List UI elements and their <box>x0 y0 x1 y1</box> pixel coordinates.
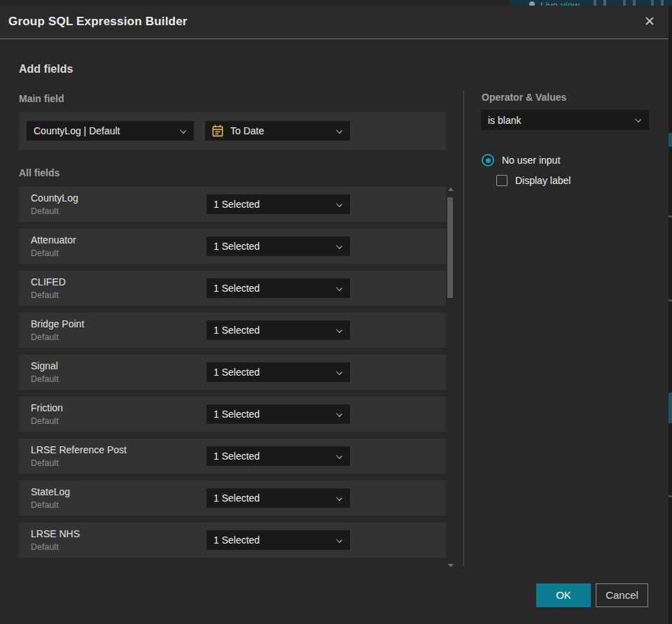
operator-select[interactable]: is blank <box>481 110 649 130</box>
no-user-input-label: No user input <box>502 155 560 166</box>
field-sublabel: Default <box>31 500 59 510</box>
operator-values-label: Operator & Values <box>482 92 566 103</box>
chevron-down-icon <box>336 327 342 333</box>
background-artifact <box>668 215 672 218</box>
radio-selected-icon <box>482 154 494 166</box>
field-values-select[interactable]: 1 Selected <box>206 488 350 508</box>
field-row-signal: Signal Default 1 Selected <box>19 355 446 390</box>
all-fields-label: All fields <box>19 167 59 178</box>
field-sublabel: Default <box>31 542 59 552</box>
ok-button[interactable]: OK <box>536 583 591 607</box>
field-values-select[interactable]: 1 Selected <box>206 404 350 424</box>
field-type-select-value: To Date <box>230 125 264 136</box>
background-artifact <box>668 133 672 147</box>
field-name: Bridge Point <box>31 318 84 329</box>
field-row-countylog: CountyLog Default 1 Selected <box>19 187 446 222</box>
panel-divider <box>463 91 464 567</box>
field-sublabel: Default <box>31 374 59 384</box>
field-row-lrse-nhs: LRSE NHS Default 1 Selected <box>19 523 446 558</box>
field-sublabel: Default <box>31 458 59 468</box>
toolbar-fragment <box>594 0 596 6</box>
field-row-bridge-point: Bridge Point Default 1 Selected <box>19 313 446 348</box>
field-row-friction: Friction Default 1 Selected <box>19 397 446 432</box>
field-values-select[interactable]: 1 Selected <box>206 530 350 550</box>
display-label-checkbox[interactable]: Display label <box>496 175 570 186</box>
field-name: CountyLog <box>31 192 78 204</box>
main-field-select-value: CountyLog | Default <box>34 125 120 136</box>
field-name: StateLog <box>31 486 70 497</box>
live-view-toolbar: Live view <box>510 0 672 6</box>
field-row-clifed: CLIFED Default 1 Selected <box>19 271 446 306</box>
chevron-down-icon <box>336 537 342 543</box>
group-sql-expression-builder-dialog: Group SQL Expression Builder ✕ Add field… <box>0 6 668 624</box>
toolbar-fragment <box>623 0 626 6</box>
field-row-statelog: StateLog Default 1 Selected <box>19 481 446 516</box>
field-row-lrse-reference-post: LRSE Reference Post Default 1 Selected <box>19 439 446 474</box>
field-values-select[interactable]: 1 Selected <box>206 320 350 340</box>
toolbar-fragment <box>603 0 606 6</box>
field-sublabel: Default <box>31 416 59 426</box>
field-values-select[interactable]: 1 Selected <box>206 278 350 298</box>
main-field-select[interactable]: CountyLog | Default <box>27 121 194 141</box>
toolbar-fragment <box>661 0 664 6</box>
toolbar-fragment <box>651 0 654 6</box>
field-values-select-value: 1 Selected <box>214 492 260 504</box>
live-view-label: Live view <box>540 0 580 6</box>
chevron-down-icon <box>336 127 342 134</box>
dialog-title: Group SQL Expression Builder <box>8 15 188 29</box>
scroll-down-arrow-icon[interactable] <box>448 564 454 567</box>
main-field-label: Main field <box>19 93 64 104</box>
field-values-select[interactable]: 1 Selected <box>206 194 350 214</box>
scrollbar-thumb[interactable] <box>447 197 453 298</box>
field-sublabel: Default <box>31 332 59 342</box>
background-artifact <box>668 495 672 497</box>
field-sublabel: Default <box>31 290 59 300</box>
field-name: LRSE NHS <box>31 528 80 539</box>
add-fields-heading: Add fields <box>19 63 73 76</box>
chevron-down-icon <box>336 411 342 417</box>
field-sublabel: Default <box>31 206 59 216</box>
dialog-titlebar: Group SQL Expression Builder ✕ <box>0 6 668 39</box>
field-name: Friction <box>31 402 63 413</box>
field-values-select[interactable]: 1 Selected <box>206 236 350 256</box>
operator-select-value: is blank <box>488 115 521 126</box>
chevron-down-icon <box>336 453 342 459</box>
toolbar-fragment <box>633 0 636 6</box>
field-values-select-value: 1 Selected <box>214 241 260 252</box>
field-values-select[interactable]: 1 Selected <box>206 362 350 382</box>
field-values-select-value: 1 Selected <box>214 325 260 336</box>
chevron-down-icon <box>336 243 342 249</box>
background-right-strip <box>668 6 672 624</box>
background-artifact <box>668 392 672 423</box>
field-name: CLIFED <box>31 276 66 288</box>
chevron-down-icon <box>336 285 342 291</box>
field-values-select-value: 1 Selected <box>214 409 260 420</box>
checkbox-unchecked-icon <box>496 175 507 186</box>
chevron-down-icon <box>336 201 342 207</box>
field-name: LRSE Reference Post <box>31 444 127 455</box>
field-values-select-value: 1 Selected <box>214 283 260 294</box>
field-name: Signal <box>31 360 58 371</box>
background-topbar: Live view <box>0 0 672 6</box>
field-values-select[interactable]: 1 Selected <box>206 446 350 466</box>
field-values-select-value: 1 Selected <box>214 534 260 546</box>
scroll-up-arrow-icon[interactable] <box>448 187 454 191</box>
cancel-button[interactable]: Cancel <box>596 583 648 607</box>
chevron-down-icon <box>336 369 342 375</box>
all-fields-list: CountyLog Default 1 Selected Attenuator … <box>19 187 446 565</box>
field-sublabel: Default <box>31 248 59 258</box>
calendar-icon <box>212 125 223 137</box>
background-artifact <box>668 299 672 302</box>
field-values-select-value: 1 Selected <box>214 199 260 210</box>
field-values-select-value: 1 Selected <box>214 367 260 378</box>
no-user-input-radio[interactable]: No user input <box>482 154 560 166</box>
field-row-attenuator: Attenuator Default 1 Selected <box>19 229 446 264</box>
field-type-select[interactable]: To Date <box>205 121 350 141</box>
chevron-down-icon <box>180 127 186 134</box>
display-label-label: Display label <box>515 175 570 186</box>
field-name: Attenuator <box>31 234 76 246</box>
field-values-select-value: 1 Selected <box>214 451 260 462</box>
close-icon[interactable]: ✕ <box>640 13 659 31</box>
chevron-down-icon <box>635 116 641 122</box>
fields-list-scrollbar[interactable] <box>447 187 454 567</box>
